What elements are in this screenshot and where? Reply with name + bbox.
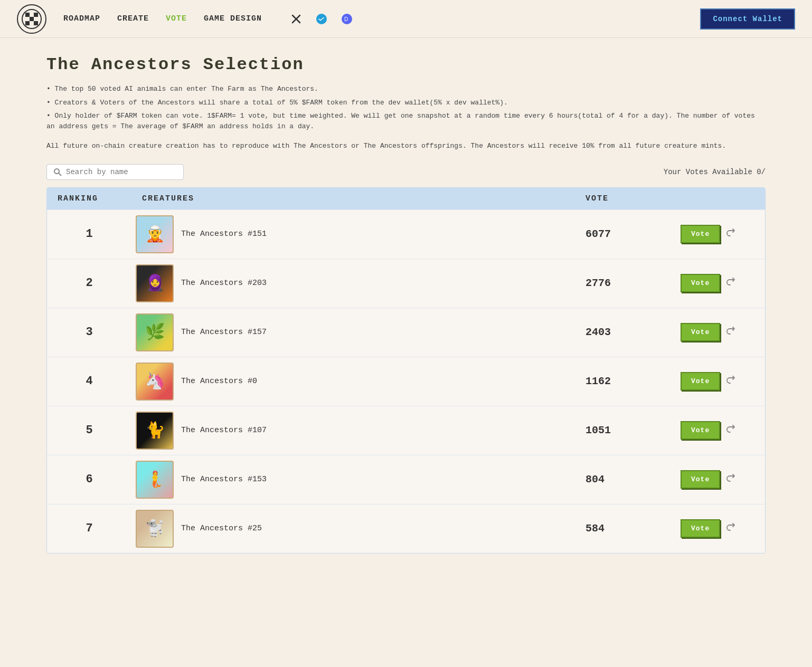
rank-cell: 7 xyxy=(47,522,131,535)
creature-name: The Ancestors #107 xyxy=(181,426,267,435)
vote-button[interactable]: Vote xyxy=(681,372,720,390)
vote-count: 1051 xyxy=(575,424,681,436)
main-content: The Ancestors Selection The top 50 voted… xyxy=(0,38,812,570)
votes-available: Your Votes Available 0/ xyxy=(664,168,766,176)
creature-cell: 🌿 The Ancestors #157 xyxy=(131,313,575,351)
share-button[interactable] xyxy=(725,473,736,486)
svg-rect-1 xyxy=(25,13,30,17)
vote-actions: Vote xyxy=(681,372,765,390)
creature-name: The Ancestors #153 xyxy=(181,475,267,484)
vote-actions: Vote xyxy=(681,225,765,243)
rank-cell: 1 xyxy=(47,227,131,241)
creature-cell: 🦄 The Ancestors #0 xyxy=(131,363,575,401)
vote-count: 2776 xyxy=(575,277,681,289)
rank-cell: 3 xyxy=(47,326,131,339)
header-actions xyxy=(681,194,765,203)
vote-button[interactable]: Vote xyxy=(681,274,720,292)
nav-roadmap[interactable]: ROADMAP xyxy=(63,14,100,23)
info-item-1: The top 50 voted AI animals can enter Th… xyxy=(46,84,766,94)
table-row: 7 🐩 The Ancestors #25 584 Vote xyxy=(47,504,765,553)
creature-image: 🧕 xyxy=(136,264,174,302)
share-button[interactable] xyxy=(725,424,736,437)
share-button[interactable] xyxy=(725,227,736,241)
x-social-icon[interactable] xyxy=(287,10,305,28)
share-icon xyxy=(725,473,736,483)
table-row: 4 🦄 The Ancestors #0 1162 Vote xyxy=(47,357,765,406)
vote-button[interactable]: Vote xyxy=(681,421,720,440)
info-list: The top 50 voted AI animals can enter Th… xyxy=(46,84,766,131)
share-button[interactable] xyxy=(725,375,736,388)
search-votes-row: Your Votes Available 0/ xyxy=(46,164,766,180)
share-button[interactable] xyxy=(725,326,736,339)
share-button[interactable] xyxy=(725,277,736,290)
svg-line-10 xyxy=(59,173,61,176)
vote-actions: Vote xyxy=(681,470,765,489)
vote-actions: Vote xyxy=(681,274,765,292)
nav-vote[interactable]: VOTE xyxy=(166,14,187,23)
rank-cell: 4 xyxy=(47,375,131,388)
discord-icon[interactable]: D xyxy=(338,10,356,28)
search-input[interactable] xyxy=(66,168,177,176)
header-ranking: RANKING xyxy=(47,194,131,203)
rank-cell: 5 xyxy=(47,424,131,437)
creature-image: 🧜 xyxy=(136,461,174,499)
connect-wallet-button[interactable]: Connect Wallet xyxy=(700,8,795,30)
svg-point-9 xyxy=(54,169,59,174)
creature-name: The Ancestors #0 xyxy=(181,377,257,386)
svg-text:D: D xyxy=(344,16,348,22)
search-box[interactable] xyxy=(46,164,184,180)
site-logo[interactable] xyxy=(17,4,46,34)
table-row: 3 🌿 The Ancestors #157 2403 Vote xyxy=(47,308,765,357)
creature-cell: 🧝 The Ancestors #151 xyxy=(131,215,575,253)
creature-image: 🐈 xyxy=(136,412,174,450)
navbar: ROADMAP CREATE VOTE GAME DESIGN D xyxy=(0,0,812,38)
table-body: 1 🧝 The Ancestors #151 6077 Vote 2 xyxy=(47,209,765,553)
svg-rect-2 xyxy=(30,17,34,21)
vote-count: 804 xyxy=(575,473,681,485)
header-vote: VOTE xyxy=(575,194,681,203)
creature-image: 🦄 xyxy=(136,363,174,401)
vote-button[interactable]: Vote xyxy=(681,225,720,243)
share-icon xyxy=(725,375,736,385)
creature-name: The Ancestors #157 xyxy=(181,328,267,337)
creature-cell: 🐈 The Ancestors #107 xyxy=(131,412,575,450)
page-title: The Ancestors Selection xyxy=(46,55,766,74)
svg-rect-3 xyxy=(34,13,38,17)
svg-rect-4 xyxy=(25,21,30,25)
share-icon xyxy=(725,522,736,532)
info-item-2: Creators & Voters of the Ancestors will … xyxy=(46,98,766,108)
nav-game-design[interactable]: GAME DESIGN xyxy=(204,14,262,23)
creature-name: The Ancestors #151 xyxy=(181,230,267,239)
rank-cell: 2 xyxy=(47,277,131,290)
nav-create[interactable]: CREATE xyxy=(117,14,149,23)
creature-name: The Ancestors #203 xyxy=(181,279,267,288)
search-icon xyxy=(53,168,62,176)
share-icon xyxy=(725,424,736,434)
svg-rect-5 xyxy=(34,21,38,25)
share-button[interactable] xyxy=(725,522,736,535)
creature-name: The Ancestors #25 xyxy=(181,524,262,533)
header-creatures: CREATURES xyxy=(131,194,575,203)
vote-actions: Vote xyxy=(681,519,765,538)
table-row: 1 🧝 The Ancestors #151 6077 Vote xyxy=(47,209,765,259)
vote-button[interactable]: Vote xyxy=(681,323,720,341)
info-item-3: Only holder of $FARM token can vote. 1$F… xyxy=(46,111,766,131)
vote-count: 584 xyxy=(575,522,681,535)
nav-links: ROADMAP CREATE VOTE GAME DESIGN D xyxy=(63,10,700,28)
telegram-icon[interactable] xyxy=(313,10,331,28)
vote-count: 2403 xyxy=(575,326,681,338)
creature-image: 🌿 xyxy=(136,313,174,351)
vote-actions: Vote xyxy=(681,323,765,341)
share-icon xyxy=(725,227,736,238)
creature-cell: 🧕 The Ancestors #203 xyxy=(131,264,575,302)
creature-cell: 🧜 The Ancestors #153 xyxy=(131,461,575,499)
creature-cell: 🐩 The Ancestors #25 xyxy=(131,510,575,548)
vote-button[interactable]: Vote xyxy=(681,519,720,538)
table-row: 5 🐈 The Ancestors #107 1051 Vote xyxy=(47,406,765,455)
vote-actions: Vote xyxy=(681,421,765,440)
info-note: All future on-chain creature creation ha… xyxy=(46,141,766,151)
creature-image: 🐩 xyxy=(136,510,174,548)
share-icon xyxy=(725,277,736,287)
table-row: 6 🧜 The Ancestors #153 804 Vote xyxy=(47,455,765,504)
vote-button[interactable]: Vote xyxy=(681,470,720,489)
